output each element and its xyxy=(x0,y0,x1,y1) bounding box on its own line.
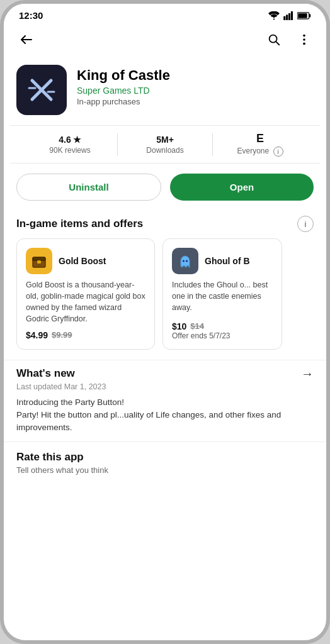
app-iap: In-app purchases xyxy=(77,97,314,106)
more-menu-button[interactable] xyxy=(295,30,314,52)
signal-icon xyxy=(283,11,293,20)
stat-age-label: Everyone i xyxy=(237,147,283,157)
offers-info-button[interactable]: i xyxy=(297,216,314,232)
offer-desc-2: Includes the Ghoul o... best one in the … xyxy=(172,279,273,316)
ghoul-icon xyxy=(172,248,198,274)
back-button[interactable] xyxy=(16,30,37,52)
offer-price-1: $4.99 $9.99 xyxy=(26,330,145,340)
whats-new-title: What's new xyxy=(16,367,75,380)
app-title: King of Castle xyxy=(77,67,314,84)
whats-new-section: What's new → Last updated Mar 1, 2023 In… xyxy=(4,360,326,442)
svg-point-10 xyxy=(303,43,305,45)
rate-title: Rate this app xyxy=(16,451,314,464)
svg-rect-3 xyxy=(291,11,293,20)
offer-card-gold-boost[interactable]: Gold Boost Gold Boost is a thousand-year… xyxy=(16,238,155,350)
status-time: 12:30 xyxy=(19,10,43,21)
svg-rect-0 xyxy=(283,16,285,19)
stat-downloads: 5M+ Downloads xyxy=(118,135,212,155)
uninstall-button[interactable]: Uninstall xyxy=(16,174,161,201)
nav-bar xyxy=(4,25,326,58)
app-details: King of Castle Super Games LTD In-app pu… xyxy=(77,65,314,106)
whats-new-header: What's new → xyxy=(16,367,314,381)
search-icon xyxy=(267,33,281,47)
offer-card-header-2: Ghoul of B xyxy=(172,248,273,274)
offers-scroll: Gold Boost Gold Boost is a thousand-year… xyxy=(4,238,326,360)
stat-rating-label: 90K reviews xyxy=(49,146,90,155)
svg-rect-6 xyxy=(298,13,307,18)
gold-boost-icon xyxy=(26,248,52,274)
offer-original-price-2: $14 xyxy=(190,321,204,331)
stat-age: E Everyone i xyxy=(213,132,307,157)
svg-rect-17 xyxy=(33,257,45,260)
actions-section: Uninstall Open xyxy=(4,164,326,211)
svg-point-9 xyxy=(303,38,305,41)
sword-icon xyxy=(23,71,60,109)
app-info-section: King of Castle Super Games LTD In-app pu… xyxy=(4,58,326,125)
offer-price-2: $10 $14 xyxy=(172,321,273,331)
stat-rating-value: 4.6 ★ xyxy=(59,135,81,145)
stat-rating: 4.6 ★ 90K reviews xyxy=(23,135,117,155)
offer-card-header-1: Gold Boost xyxy=(26,248,145,274)
offer-desc-1: Gold Boost is a thousand-year-old, gobli… xyxy=(26,279,145,325)
status-icons xyxy=(268,11,311,20)
svg-rect-2 xyxy=(288,13,290,20)
phone-frame: 12:30 xyxy=(0,0,330,644)
open-button[interactable]: Open xyxy=(170,174,314,201)
search-button[interactable] xyxy=(265,30,283,52)
stat-age-value: E xyxy=(256,132,264,145)
star-icon: ★ xyxy=(73,135,81,145)
offer-original-price-1: $9.99 xyxy=(52,330,72,340)
whats-new-arrow-button[interactable]: → xyxy=(301,367,314,381)
rate-subtitle: Tell others what you think xyxy=(16,465,314,475)
age-info-icon[interactable]: i xyxy=(273,147,283,157)
stat-downloads-value: 5M+ xyxy=(156,135,174,145)
stats-section: 4.6 ★ 90K reviews 5M+ Downloads E Everyo… xyxy=(10,125,320,164)
svg-point-20 xyxy=(186,260,188,262)
svg-point-8 xyxy=(303,35,305,37)
offer-name-1: Gold Boost xyxy=(59,256,106,266)
whats-new-date: Last updated Mar 1, 2023 xyxy=(16,382,314,391)
app-developer[interactable]: Super Games LTD xyxy=(77,86,314,96)
wifi-icon xyxy=(268,11,280,20)
svg-rect-18 xyxy=(37,260,41,264)
battery-icon xyxy=(297,12,311,19)
ghost-icon xyxy=(176,252,194,270)
rate-section: Rate this app Tell others what you think xyxy=(4,441,326,481)
status-bar: 12:30 xyxy=(4,4,326,25)
offer-ends-2: Offer ends 5/7/23 xyxy=(172,331,273,340)
nav-right xyxy=(265,30,314,52)
chest-icon xyxy=(30,252,48,270)
whats-new-text: Introducing the Party Button! Party! Hit… xyxy=(16,396,314,435)
app-icon xyxy=(16,65,67,115)
stat-downloads-label: Downloads xyxy=(146,146,183,155)
offer-card-ghoul[interactable]: Ghoul of B Includes the Ghoul o... best … xyxy=(162,238,282,350)
more-icon xyxy=(297,33,311,47)
offers-section-title: In-game items and offers xyxy=(16,218,143,230)
svg-rect-1 xyxy=(286,14,288,20)
offer-name-2: Ghoul of B xyxy=(205,256,250,266)
svg-rect-5 xyxy=(309,14,311,17)
svg-point-19 xyxy=(183,260,185,262)
offers-section-header: In-game items and offers i xyxy=(4,211,326,238)
nav-left xyxy=(16,30,37,52)
